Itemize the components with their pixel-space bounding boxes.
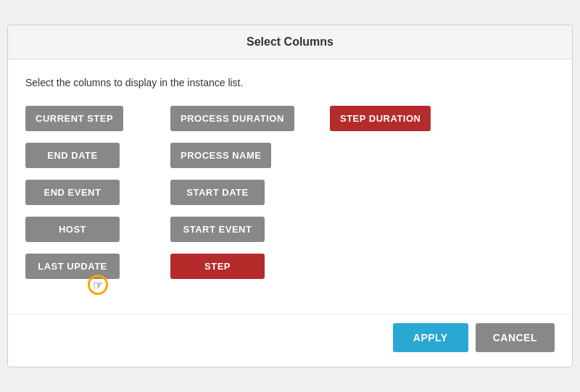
col3-row2 — [330, 143, 489, 168]
dialog-header: Select Columns — [8, 25, 572, 59]
col3-row1: STEP DURATION — [330, 106, 489, 131]
col2-row4: START EVENT — [170, 217, 330, 242]
last-update-button[interactable]: LAST UPDATE — [25, 254, 120, 279]
step-duration-button[interactable]: STEP DURATION — [330, 106, 431, 131]
cancel-button[interactable]: CANCEL — [476, 323, 555, 352]
start-event-button[interactable]: START EVENT — [170, 217, 265, 242]
col3-row3 — [330, 180, 489, 205]
col3-row4 — [330, 217, 489, 242]
dialog-body: Select the columns to display in the ins… — [8, 59, 572, 314]
col1-row5: LAST UPDATE ☞ — [25, 254, 170, 279]
col2-row2: PROCESS NAME — [170, 143, 330, 168]
col2-row5: STEP — [170, 254, 330, 279]
process-duration-button[interactable]: PROCESS DURATION — [170, 106, 294, 131]
host-button[interactable]: HOST — [25, 217, 120, 242]
end-event-button[interactable]: END EVENT — [25, 180, 120, 205]
col2-row3: START DATE — [170, 180, 330, 205]
current-step-button[interactable]: CURRENT STEP — [25, 106, 123, 131]
columns-grid: CURRENT STEP PROCESS DURATION STEP DURAT… — [25, 106, 555, 279]
dialog-footer: APPLY CANCEL — [8, 314, 572, 367]
dialog-title: Select Columns — [246, 36, 334, 48]
dialog-description: Select the columns to display in the ins… — [25, 77, 555, 88]
process-name-button[interactable]: PROCESS NAME — [170, 143, 271, 168]
step-button[interactable]: STEP — [170, 254, 265, 279]
start-date-button[interactable]: START DATE — [170, 180, 265, 205]
col2-row1: PROCESS DURATION — [170, 106, 330, 131]
col1-row3: END EVENT — [25, 180, 170, 205]
col3-row5 — [330, 254, 489, 279]
col1-row4: HOST — [25, 217, 170, 242]
end-date-button[interactable]: END DATE — [25, 143, 120, 168]
apply-button[interactable]: APPLY — [393, 323, 468, 352]
select-columns-dialog: Select Columns Select the columns to dis… — [7, 25, 573, 367]
col1-row1: CURRENT STEP — [25, 106, 170, 131]
col1-row2: END DATE — [25, 143, 170, 168]
